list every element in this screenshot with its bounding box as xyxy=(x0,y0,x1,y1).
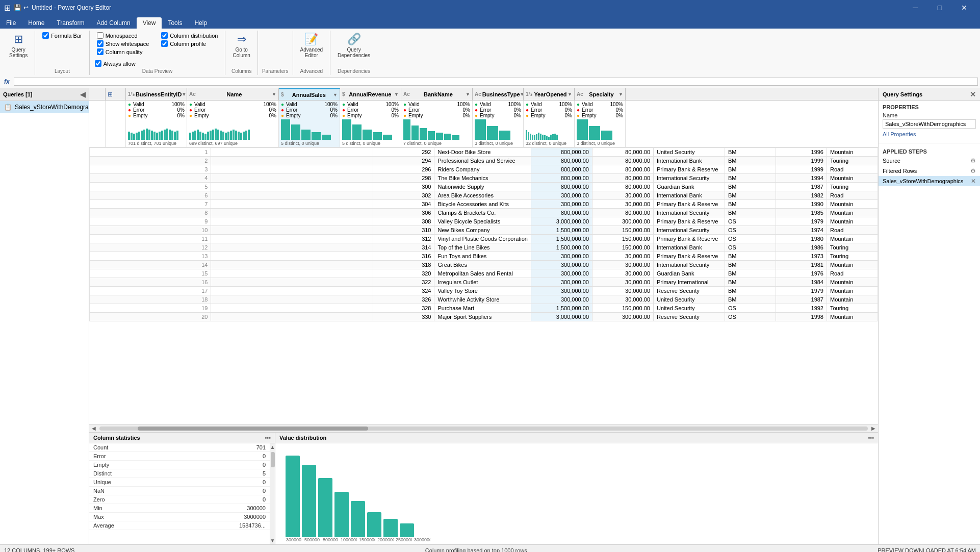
minimize-button[interactable]: ─ xyxy=(904,0,927,15)
col-header-businessentityid[interactable]: 1²₃ BusinessEntityID ▼ xyxy=(126,88,187,100)
col-filter-7[interactable]: ▼ xyxy=(568,92,572,97)
table-row[interactable]: 2 294 Professional Sales and Service 800… xyxy=(90,157,878,165)
bar-item[interactable] xyxy=(367,512,381,537)
table-row[interactable]: 7 304 Bicycle Accessories and Kits 300,0… xyxy=(90,200,878,209)
table-row[interactable]: 19 328 Purchase Mart 1,500,000.00 150,00… xyxy=(90,304,878,313)
col-filter-1[interactable]: ▼ xyxy=(182,92,186,97)
monospaced-checkbox[interactable] xyxy=(97,32,104,39)
bar-item[interactable] xyxy=(383,519,398,537)
step-item-0[interactable]: Source⚙ xyxy=(879,156,980,166)
table-row[interactable]: 13 316 Fun Toys and Bikes 300,000.00 30,… xyxy=(90,252,878,261)
bar-item[interactable] xyxy=(286,456,300,537)
table-row[interactable]: 11 312 Vinyl and Plastic Goods Corporati… xyxy=(90,235,878,243)
step-gear-icon[interactable]: ⚙ xyxy=(970,167,976,174)
query-settings-close-button[interactable]: ✕ xyxy=(970,90,976,98)
col-filter-8[interactable]: ▼ xyxy=(618,92,623,97)
bar-item[interactable] xyxy=(302,465,316,537)
queries-collapse-button[interactable]: ◀ xyxy=(80,90,86,98)
table-row[interactable]: 9 308 Valley Bicycle Specialists 3,000,0… xyxy=(90,217,878,226)
tab-file[interactable]: File xyxy=(0,17,22,29)
col-header-name[interactable]: Ac Name ▼ xyxy=(187,88,279,100)
table-row[interactable]: 3 296 Riders Company 800,000.00 80,000.0… xyxy=(90,165,878,174)
save-icon[interactable]: 💾 xyxy=(14,4,21,11)
query-name-input[interactable] xyxy=(883,119,976,129)
col-quality-check[interactable]: Column quality xyxy=(96,48,150,56)
value-dist-menu[interactable]: ••• xyxy=(868,435,874,441)
tab-transform[interactable]: Transform xyxy=(50,17,90,29)
table-row[interactable]: 1 292 Next-Door Bike Store 800,000.00 80… xyxy=(90,148,878,157)
table-row[interactable]: 5 300 Nationwide Supply 800,000.00 80,00… xyxy=(90,183,878,191)
col-header-specialty[interactable]: Ac Specialty ▼ xyxy=(575,88,626,100)
tab-add-column[interactable]: Add Column xyxy=(91,17,137,29)
col-filter-5[interactable]: ▼ xyxy=(466,92,470,97)
scroll-right-arrow[interactable]: ▶ xyxy=(870,425,877,431)
stats-scroll-up[interactable]: ▲ xyxy=(269,443,275,451)
bar-rect[interactable] xyxy=(400,523,414,537)
bar-item[interactable] xyxy=(318,478,332,537)
formula-bar-input[interactable] xyxy=(14,78,978,86)
query-dependencies-button[interactable]: 🔗 QueryDependencies xyxy=(334,31,373,60)
data-table-scroll[interactable]: 1 292 Next-Door Bike Store 800,000.00 80… xyxy=(89,147,878,424)
stats-scroll-thumb[interactable] xyxy=(271,452,275,467)
all-properties-link[interactable]: All Properties xyxy=(883,131,916,137)
scroll-thumb[interactable] xyxy=(138,426,368,431)
col-filter-4[interactable]: ▼ xyxy=(394,92,399,97)
table-row[interactable]: 15 320 Metropolitan Sales and Rental 300… xyxy=(90,269,878,278)
stats-scroll-down[interactable]: ▼ xyxy=(269,537,275,544)
step-delete-icon[interactable]: ✕ xyxy=(971,178,976,185)
scroll-track[interactable] xyxy=(99,426,868,431)
col-profile-check[interactable]: Column profile xyxy=(160,40,219,47)
col-dist-check[interactable]: Column distribution xyxy=(160,32,219,39)
stats-scrollbar[interactable]: ▲ ▼ xyxy=(270,443,275,544)
tab-help[interactable]: Help xyxy=(188,17,213,29)
col-quality-checkbox[interactable] xyxy=(97,48,104,55)
table-row[interactable]: 6 302 Area Bike Accessories 300,000.00 3… xyxy=(90,191,878,200)
bar-rect[interactable] xyxy=(286,456,300,537)
whitespace-checkbox[interactable] xyxy=(97,40,104,47)
close-button[interactable]: ✕ xyxy=(952,0,976,15)
scroll-left-arrow[interactable]: ◀ xyxy=(90,425,97,431)
bar-rect[interactable] xyxy=(351,501,365,537)
query-item-sales[interactable]: 📋 Sales_vStoreWithDemographics xyxy=(0,101,89,113)
bar-item[interactable] xyxy=(351,501,365,537)
col-header-annualrevenue[interactable]: $ AnnualRevenue ▼ xyxy=(340,88,401,100)
col-dist-checkbox[interactable] xyxy=(161,32,168,39)
col-filter-6[interactable]: ▼ xyxy=(520,92,524,97)
step-item-1[interactable]: Filtered Rows⚙ xyxy=(879,166,980,176)
col-header-bankname[interactable]: Ac BankName ▼ xyxy=(401,88,473,100)
bar-item[interactable] xyxy=(400,523,414,537)
monospaced-check[interactable]: Monospaced xyxy=(96,32,150,39)
formula-bar-check[interactable]: Formula Bar xyxy=(41,32,83,39)
table-row[interactable]: 17 324 Valley Toy Store 300,000.00 30,00… xyxy=(90,287,878,295)
col-stats-menu[interactable]: ••• xyxy=(265,435,271,441)
undo-icon[interactable]: ↩ xyxy=(23,4,29,11)
table-row[interactable]: 16 322 Irregulars Outlet 300,000.00 30,0… xyxy=(90,278,878,287)
horizontal-scroll[interactable]: ◀ ▶ xyxy=(89,424,878,432)
bar-rect[interactable] xyxy=(302,465,316,537)
bar-rect[interactable] xyxy=(318,478,332,537)
maximize-button[interactable]: □ xyxy=(928,0,951,15)
always-allow-check[interactable]: Always allow xyxy=(94,60,137,67)
query-settings-button[interactable]: ⊞ QuerySettings xyxy=(6,31,31,60)
table-row[interactable]: 20 330 Major Sport Suppliers 3,000,000.0… xyxy=(90,313,878,321)
step-item-2[interactable]: Sales_vStoreWithDemographics✕ xyxy=(879,176,980,186)
advanced-editor-button[interactable]: 📝 AdvancedEditor xyxy=(297,31,326,60)
col-filter-2[interactable]: ▼ xyxy=(272,92,276,97)
whitespace-check[interactable]: Show whitespace xyxy=(96,40,150,47)
bar-rect[interactable] xyxy=(334,492,349,537)
col-profile-checkbox[interactable] xyxy=(161,40,168,47)
col-header-annualsales[interactable]: $ AnnualSales ▼ xyxy=(279,88,340,100)
go-to-column-button[interactable]: ⇒ Go toColumn xyxy=(229,31,253,60)
table-row[interactable]: 18 326 Worthwhile Activity Store 300,000… xyxy=(90,295,878,304)
tab-home[interactable]: Home xyxy=(22,17,50,29)
tab-view[interactable]: View xyxy=(137,17,162,29)
bar-item[interactable] xyxy=(334,492,349,537)
table-row[interactable]: 14 318 Great Bikes 300,000.00 30,000.00 … xyxy=(90,261,878,269)
table-row[interactable]: 10 310 New Bikes Company 1,500,000.00 15… xyxy=(90,226,878,235)
col-filter-3[interactable]: ▼ xyxy=(333,92,338,97)
col-header-yearopened[interactable]: 1²₃ YearOpened ▼ xyxy=(524,88,575,100)
table-row[interactable]: 4 298 The Bike Mechanics 800,000.00 80,0… xyxy=(90,174,878,183)
bar-rect[interactable] xyxy=(367,512,381,537)
tab-tools[interactable]: Tools xyxy=(162,17,188,29)
formula-bar-checkbox[interactable] xyxy=(42,32,49,39)
